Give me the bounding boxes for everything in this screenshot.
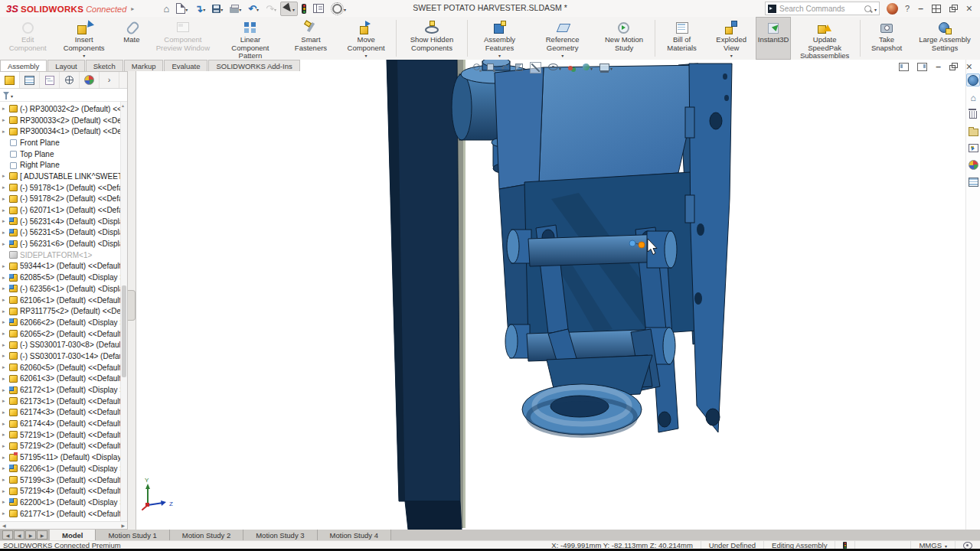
tree-item[interactable]: 62066<2> (Default) <Display State- — [0, 317, 127, 328]
tree-horizontal-scrollbar[interactable]: ◀ ▶ — [0, 521, 127, 529]
scrollbar-thumb[interactable] — [122, 285, 126, 377]
expand-arrow-icon[interactable] — [2, 455, 9, 461]
tree-item[interactable]: (-) 62071<1> (Default) <<Default> — [0, 204, 127, 216]
expand-arrow-icon[interactable] — [2, 510, 9, 517]
ribbon-button[interactable]: Edit Component — [2, 17, 54, 60]
search-commands-box[interactable]: Search Commands — [765, 2, 880, 15]
ribbon-tab[interactable]: Layout — [47, 60, 85, 71]
dropdown-caret-icon[interactable] — [239, 4, 241, 13]
expand-arrow-icon[interactable] — [2, 499, 9, 505]
expand-arrow-icon[interactable] — [2, 342, 9, 348]
tree-item[interactable]: 62106<1> (Default) <<Default>_Di — [0, 295, 127, 306]
tree-item[interactable]: 62174<4> (Default) <<Default>_Di — [0, 418, 127, 429]
logo-flyout-arrow-icon[interactable]: ▸ — [131, 5, 134, 12]
ribbon-button[interactable]: Smart Fasteners — [284, 17, 338, 60]
expand-arrow-icon[interactable] — [2, 488, 9, 494]
ribbon-button[interactable]: Assembly Features — [469, 17, 530, 60]
dropdown-caret-icon[interactable] — [274, 4, 276, 13]
document-window-control-icon[interactable] — [966, 61, 972, 72]
ribbon-tab[interactable]: Markup — [124, 60, 164, 71]
ribbon-button[interactable]: Take Snapshot — [862, 17, 911, 60]
tree-item[interactable]: (-) 62356<1> (Default) <Display Sta — [0, 283, 127, 295]
tree-item[interactable]: 62065<2> (Default) <<Default>_Di — [0, 328, 127, 340]
ribbon-tab[interactable]: Evaluate — [164, 60, 207, 71]
expand-arrow-icon[interactable] — [2, 398, 9, 404]
expand-arrow-icon[interactable] — [2, 106, 9, 112]
ribbon-button[interactable]: New Motion Study — [595, 17, 653, 60]
window-control-icon[interactable] — [905, 5, 910, 13]
ribbon-button[interactable]: Instant3D — [756, 17, 791, 60]
ribbon-button[interactable]: Large Assembly Settings — [911, 17, 978, 60]
tree-item[interactable]: 57195<11> (Default) <Display Stat — [0, 452, 127, 463]
dropdown-caret-icon[interactable] — [256, 4, 259, 13]
tree-vertical-scrollbar[interactable]: ▴ — [120, 102, 127, 521]
task-pane-button[interactable] — [967, 142, 979, 154]
ribbon-button[interactable]: Insert Components — [54, 17, 113, 60]
tree-item[interactable]: 62173<1> (Default) <<Default>_Di — [0, 396, 127, 407]
search-icon[interactable] — [864, 5, 871, 12]
window-control-icon[interactable] — [918, 4, 923, 13]
expand-arrow-icon[interactable] — [2, 308, 9, 315]
scroll-up-icon[interactable]: ▴ — [122, 103, 124, 108]
dropdown-caret-icon[interactable] — [203, 4, 205, 13]
tree-item[interactable]: 57219<2> (Default) <<Default>_Di — [0, 441, 127, 452]
expand-arrow-icon[interactable] — [2, 409, 9, 416]
tab-nav-first-icon[interactable]: ◀ — [2, 530, 13, 540]
quick-access-button[interactable] — [245, 2, 262, 16]
scroll-right-icon[interactable]: ▶ — [121, 523, 125, 528]
tree-item[interactable]: 59344<1> (Default) <<Default>_Di — [0, 261, 127, 272]
quick-access-button[interactable] — [191, 2, 208, 16]
expand-arrow-icon[interactable] — [2, 285, 9, 292]
model-tab[interactable]: Motion Study 3 — [243, 530, 317, 540]
ribbon-button[interactable]: Mate — [114, 17, 149, 60]
tree-item[interactable]: Front Plane — [0, 137, 127, 148]
expand-arrow-icon[interactable] — [2, 319, 9, 325]
quick-access-button[interactable] — [173, 1, 191, 16]
expand-arrow-icon[interactable] — [2, 432, 9, 438]
quick-access-button[interactable] — [328, 0, 349, 18]
window-control-icon[interactable] — [932, 5, 941, 13]
ribbon-tab[interactable]: SOLIDWORKS Add-Ins — [208, 60, 299, 71]
panel-splitter[interactable] — [128, 71, 136, 530]
graphics-viewport[interactable]: Y Z — [136, 60, 966, 530]
expand-arrow-icon[interactable] — [2, 173, 9, 179]
ribbon-button[interactable]: Bill of Materials — [657, 17, 707, 60]
tree-item[interactable]: (-) SS030017-030<14> (Default) << — [0, 350, 127, 362]
feature-manager-tab[interactable] — [80, 72, 100, 88]
dropdown-caret-icon[interactable] — [344, 4, 346, 13]
scroll-left-icon[interactable]: ◀ — [2, 523, 6, 528]
tree-filter-bar[interactable] — [0, 89, 127, 102]
tree-item[interactable]: [ ADJUSTABLE LINK^SWEET POTA — [0, 171, 127, 182]
tree-item[interactable]: 62060<5> (Default) <<Default>_Di — [0, 362, 127, 373]
task-pane-button[interactable] — [967, 126, 979, 137]
task-pane-button[interactable] — [967, 176, 979, 187]
expand-arrow-icon[interactable] — [2, 117, 9, 123]
quick-access-button[interactable] — [310, 2, 327, 15]
tree-item[interactable]: (-) 56231<4> (Default) <Display St — [0, 216, 127, 227]
tree-item[interactable]: 62085<5> (Default) <Display State- — [0, 272, 127, 283]
task-pane-button[interactable] — [967, 159, 979, 171]
tab-nav-next-icon[interactable]: ▶ — [25, 530, 36, 540]
feature-manager-tab[interactable] — [40, 72, 60, 88]
tree-item[interactable]: 62200<1> (Default) <Display State- — [0, 497, 127, 508]
expand-arrow-icon[interactable] — [2, 230, 9, 236]
task-pane-button[interactable] — [966, 73, 980, 86]
expand-arrow-icon[interactable] — [2, 364, 9, 370]
expand-arrow-icon[interactable] — [2, 218, 9, 224]
expand-arrow-icon[interactable] — [2, 275, 9, 281]
ribbon-button[interactable]: Exploded View — [707, 17, 756, 60]
expand-arrow-icon[interactable] — [2, 129, 9, 135]
dropdown-caret-icon[interactable] — [220, 4, 223, 13]
expand-arrow-icon[interactable] — [2, 421, 9, 427]
quick-access-button[interactable] — [227, 2, 244, 15]
tab-nav-last-icon[interactable]: ▶ — [37, 530, 47, 540]
tree-item[interactable]: Right Plane — [0, 159, 127, 171]
quick-access-button[interactable] — [280, 2, 298, 16]
expand-arrow-icon[interactable] — [2, 207, 9, 214]
tree-item[interactable]: 62174<3> (Default) <<Default>_Di — [0, 407, 127, 419]
expand-arrow-icon[interactable] — [2, 477, 9, 483]
ribbon-button[interactable]: Linear Component Pattern — [217, 17, 284, 60]
tree-item[interactable]: (-) RP300032<2> (Default) <<De — [0, 103, 127, 115]
ribbon-button[interactable]: Show Hidden Components — [398, 17, 466, 60]
expand-arrow-icon[interactable] — [2, 465, 9, 471]
